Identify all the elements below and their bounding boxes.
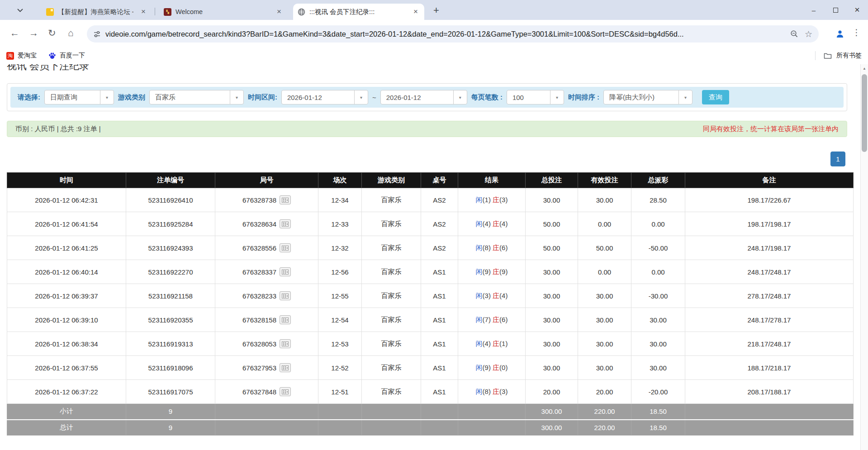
page-title: 视讯 会员下注纪录 (7, 64, 89, 72)
minimize-button[interactable]: – (803, 6, 825, 14)
tab-bet-record-active[interactable]: :::视讯 会员下注纪录::: × (293, 4, 424, 20)
summary-bar: 币别 : 人民币 | 总共 :9 注单 | 同局有效投注，统一计算在该局第一张注… (7, 121, 847, 137)
cell-total-bet[interactable]: 20.00 (526, 380, 578, 404)
query-type-select[interactable]: 日期查询 ▾ (44, 90, 114, 104)
cell-time: 2026-01-12 06:41:25 (7, 236, 126, 260)
date-from-select[interactable]: 2026-01-12 ▾ (281, 90, 368, 104)
result-part: (8) (483, 244, 493, 251)
reload-icon[interactable]: ↻ (48, 28, 56, 38)
tab-welcome[interactable]: ▚ Welcome × (159, 4, 288, 20)
cell-payout: -30.00 (631, 284, 685, 308)
maximize-button[interactable] (825, 6, 846, 14)
browser-menu-icon[interactable]: ⋮ (852, 27, 861, 38)
cell-round: 676328233 (215, 284, 318, 308)
round-number: 676328556 (242, 244, 276, 252)
date-to-select[interactable]: 2026-01-12 ▾ (380, 90, 467, 104)
new-tab-button[interactable]: + (431, 5, 442, 16)
bookmark-taobao[interactable]: 淘 爱淘宝 (6, 52, 37, 60)
cell-total-bet[interactable]: 30.00 (526, 284, 578, 308)
cell-valid-bet: 30.00 (578, 308, 631, 332)
subtotal-row: 小计 9 300.00 220.00 18.50 (7, 404, 854, 420)
per-page-label: 每页笔数 : (471, 93, 503, 102)
close-icon[interactable]: × (275, 7, 283, 16)
cell-payout: -20.00 (631, 380, 685, 404)
pagination-page-1[interactable]: 1 (830, 152, 845, 166)
column-header: 时间 (7, 173, 126, 188)
game-replay-icon[interactable] (280, 387, 291, 396)
back-icon[interactable]: ← (10, 28, 19, 38)
page-scrollbar[interactable]: ▲ (860, 64, 868, 450)
scroll-up-icon[interactable]: ▲ (861, 66, 868, 71)
close-icon[interactable]: × (139, 7, 147, 16)
column-header: 场次 (318, 173, 362, 188)
filter-panel: 请选择: 日期查询 ▾ 游戏类别 百家乐 ▾ 时间区间: 2026-01-12 … (7, 83, 847, 111)
cell-payout: 0.00 (631, 260, 685, 284)
zoom-icon[interactable] (790, 30, 798, 38)
game-replay-icon[interactable] (280, 339, 291, 348)
result-part: 庄 (493, 196, 499, 204)
round-number: 676328053 (242, 340, 276, 348)
per-page-select[interactable]: 100 ▾ (507, 90, 564, 104)
game-replay-icon[interactable] (280, 195, 291, 204)
round-number: 676328233 (242, 292, 276, 300)
tune-icon[interactable] (93, 30, 101, 38)
column-header: 注单编号 (126, 173, 215, 188)
cell-total-bet[interactable]: 50.00 (526, 212, 578, 236)
tab-search-chevron-icon[interactable] (17, 6, 28, 14)
search-button[interactable]: 查询 (702, 90, 729, 104)
chevron-down-icon: ▾ (100, 90, 114, 104)
cell-valid-bet: 30.00 (578, 356, 631, 380)
cell-total-bet[interactable]: 30.00 (526, 308, 578, 332)
all-bookmarks-label[interactable]: 所有书签 (836, 52, 862, 60)
result-part: 闲 (476, 196, 483, 204)
baidu-paw-icon (48, 52, 56, 60)
close-icon[interactable]: × (412, 7, 420, 16)
bookmark-star-icon[interactable]: ☆ (805, 29, 812, 39)
forward-icon[interactable]: → (29, 28, 38, 38)
bookmark-baidu[interactable]: 百度一下 (48, 52, 85, 60)
cell-total-bet[interactable]: 30.00 (526, 356, 578, 380)
bookmark-label: 百度一下 (60, 52, 85, 60)
cell-table-no: AS1 (421, 260, 458, 284)
game-replay-icon[interactable] (280, 243, 291, 252)
cell-total-bet[interactable]: 30.00 (526, 188, 578, 212)
subtotal-total-bet: 300.00 (526, 404, 578, 420)
cell-bet-id: 523116922270 (126, 260, 215, 284)
table-row: 2026-01-12 06:42:31523116926410676328738… (7, 188, 854, 212)
cell-time: 2026-01-12 06:38:34 (7, 332, 126, 356)
url-text[interactable]: videoie.com/game/betrecord_search/kind3?… (105, 30, 790, 38)
cell-total-bet[interactable]: 30.00 (526, 332, 578, 356)
cell-session: 12-32 (318, 236, 362, 260)
cell-payout: 30.00 (631, 332, 685, 356)
cell-session: 12-53 (318, 332, 362, 356)
cell-total-bet[interactable]: 30.00 (526, 260, 578, 284)
game-replay-icon[interactable] (280, 315, 291, 324)
cell-total-bet[interactable]: 50.00 (526, 236, 578, 260)
result-part: 闲 (476, 364, 483, 371)
sort-select[interactable]: 降幂(由大到小) ▾ (603, 90, 693, 104)
document-icon (46, 8, 54, 16)
currency-summary: 币别 : 人民币 | 总共 :9 注单 | (15, 125, 101, 133)
tab-divider (155, 8, 155, 15)
profile-avatar-icon[interactable] (835, 29, 844, 40)
tab-forum[interactable]: 【新提醒】海燕策略论坛 - 综合 × (42, 4, 152, 20)
game-replay-icon[interactable] (280, 291, 291, 300)
game-replay-icon[interactable] (280, 219, 291, 228)
game-replay-icon[interactable] (280, 363, 291, 372)
game-replay-icon[interactable] (280, 267, 291, 276)
cell-table-no: AS1 (421, 332, 458, 356)
column-header: 游戏类别 (362, 173, 421, 188)
scrollbar-thumb[interactable] (862, 74, 867, 152)
cell-session: 12-52 (318, 356, 362, 380)
result-part: (4) (483, 220, 493, 227)
taobao-icon: 淘 (6, 52, 14, 60)
cell-time: 2026-01-12 06:40:14 (7, 260, 126, 284)
cell-valid-bet: 50.00 (578, 236, 631, 260)
home-icon[interactable]: ⌂ (68, 28, 74, 38)
close-window-button[interactable]: ✕ (846, 6, 868, 14)
result-part: (9) (483, 268, 493, 275)
game-type-select[interactable]: 百家乐 ▾ (149, 90, 244, 104)
address-bar[interactable]: videoie.com/game/betrecord_search/kind3?… (87, 25, 819, 43)
date-range-tilde: ~ (372, 94, 376, 101)
cell-game-type: 百家乐 (362, 260, 421, 284)
